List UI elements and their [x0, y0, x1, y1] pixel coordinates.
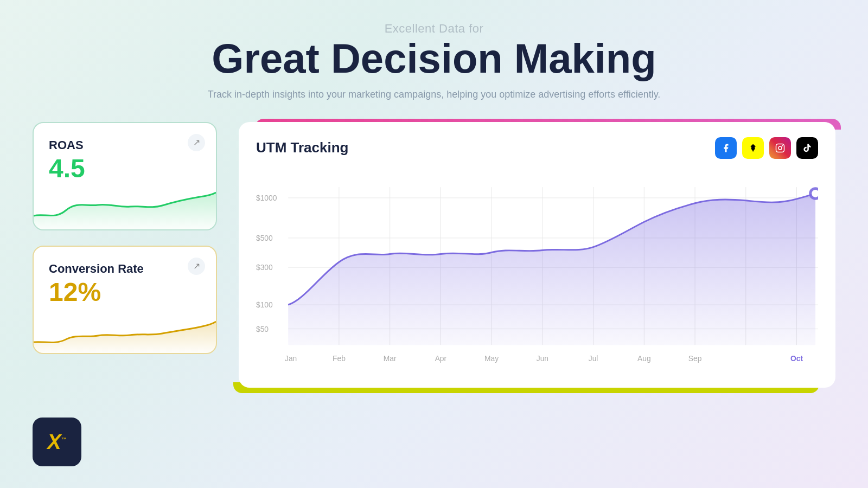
logo-tm: ™	[61, 436, 67, 442]
utm-title: UTM Tracking	[256, 139, 348, 156]
svg-text:Mar: Mar	[384, 354, 397, 362]
facebook-icon[interactable]	[715, 137, 737, 159]
roas-value: 4.5	[49, 156, 201, 182]
svg-text:Sep: Sep	[688, 354, 702, 362]
utm-card: UTM Tracking	[239, 122, 835, 388]
header-description: Track in-depth insights into your market…	[0, 89, 868, 100]
roas-chart	[34, 186, 216, 229]
conversion-card: Conversion Rate 12% ↗	[33, 246, 217, 354]
roas-arrow-button[interactable]: ↗	[188, 134, 205, 151]
svg-text:$50: $50	[256, 324, 269, 333]
svg-point-2	[782, 145, 783, 146]
svg-text:$500: $500	[256, 233, 273, 242]
roas-title: ROAS	[49, 138, 201, 152]
page-header: Excellent Data for Great Decision Making…	[0, 0, 868, 100]
utm-chart-svg: $1000 $500 $300 $100 $50	[256, 170, 818, 376]
svg-text:Jan: Jan	[285, 354, 297, 362]
header-subtitle: Excellent Data for	[0, 22, 868, 36]
svg-text:Oct: Oct	[790, 354, 803, 362]
conversion-title: Conversion Rate	[49, 262, 201, 276]
svg-text:Jun: Jun	[537, 354, 548, 362]
svg-text:Apr: Apr	[435, 354, 447, 362]
svg-rect-0	[776, 144, 784, 152]
utm-card-header: UTM Tracking	[256, 137, 818, 159]
snapchat-icon[interactable]	[742, 137, 764, 159]
svg-point-1	[778, 146, 782, 150]
logo-letter: X	[47, 431, 61, 453]
left-cards: ROAS 4.5 ↗ Conversion Rate 1	[33, 122, 217, 354]
utm-card-wrapper: UTM Tracking	[239, 122, 835, 388]
svg-text:Aug: Aug	[637, 354, 651, 362]
header-title: Great Decision Making	[0, 36, 868, 81]
social-icons-group	[715, 137, 818, 159]
svg-text:$300: $300	[256, 263, 273, 272]
svg-text:Jul: Jul	[589, 354, 598, 362]
utm-chart-area: $1000 $500 $300 $100 $50	[256, 170, 818, 376]
instagram-icon[interactable]	[769, 137, 791, 159]
tiktok-icon[interactable]	[796, 137, 818, 159]
main-content: ROAS 4.5 ↗ Conversion Rate 1	[0, 122, 868, 388]
svg-text:Feb: Feb	[333, 354, 346, 362]
logo-text: X™	[47, 431, 66, 454]
logo-container: X™	[33, 418, 81, 466]
conversion-arrow-button[interactable]: ↗	[188, 258, 205, 275]
svg-text:$1000: $1000	[256, 193, 277, 202]
svg-text:$100: $100	[256, 300, 273, 309]
conversion-chart	[34, 310, 216, 353]
conversion-value: 12%	[49, 279, 201, 305]
roas-card: ROAS 4.5 ↗	[33, 122, 217, 230]
svg-text:May: May	[484, 354, 499, 362]
logo-box: X™	[33, 418, 81, 466]
